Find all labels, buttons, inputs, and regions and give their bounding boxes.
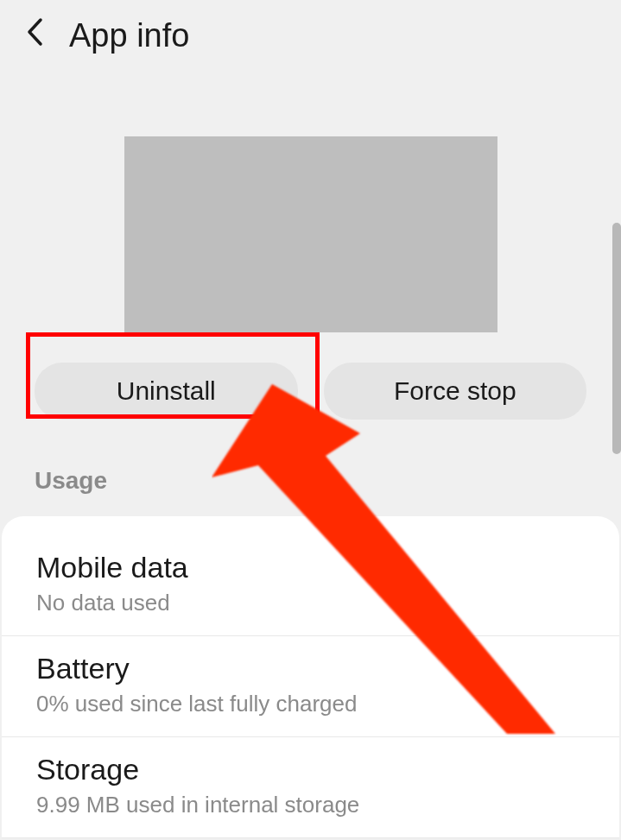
usage-item-subtitle: No data used — [36, 590, 585, 616]
usage-section-label: Usage — [0, 467, 621, 495]
usage-item-subtitle: 9.99 MB used in internal storage — [36, 792, 585, 818]
usage-item-subtitle: 0% used since last fully charged — [36, 691, 585, 717]
header: App info — [0, 0, 621, 72]
usage-item-title: Battery — [36, 652, 585, 685]
usage-item-title: Storage — [36, 753, 585, 786]
force-stop-button[interactable]: Force stop — [324, 363, 587, 420]
usage-item-battery[interactable]: Battery 0% used since last fully charged — [2, 636, 619, 737]
action-buttons-row: Uninstall Force stop — [0, 363, 621, 420]
back-icon[interactable] — [26, 17, 43, 54]
usage-card: Mobile data No data used Battery 0% used… — [2, 516, 619, 838]
usage-item-title: Mobile data — [36, 551, 585, 584]
app-icon-placeholder — [124, 136, 497, 332]
usage-item-mobile-data[interactable]: Mobile data No data used — [2, 542, 619, 636]
uninstall-button[interactable]: Uninstall — [35, 363, 298, 420]
usage-item-storage[interactable]: Storage 9.99 MB used in internal storage — [2, 737, 619, 838]
page-title: App info — [69, 17, 189, 54]
scroll-indicator[interactable] — [612, 223, 621, 454]
